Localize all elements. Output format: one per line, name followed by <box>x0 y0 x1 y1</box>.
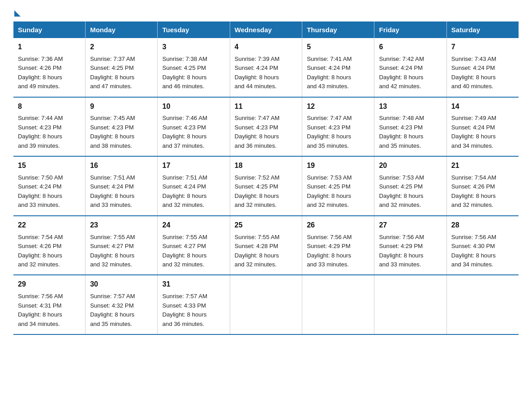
calendar-cell: 30Sunrise: 7:57 AMSunset: 4:32 PMDayligh… <box>86 275 158 334</box>
calendar-cell: 2Sunrise: 7:37 AMSunset: 4:25 PMDaylight… <box>86 38 158 97</box>
day-number: 25 <box>235 220 297 231</box>
calendar-week-row: 15Sunrise: 7:50 AMSunset: 4:24 PMDayligh… <box>13 156 519 216</box>
day-info: Sunrise: 7:57 AMSunset: 4:32 PMDaylight:… <box>90 293 135 327</box>
calendar-table: SundayMondayTuesdayWednesdayThursdayFrid… <box>13 21 519 335</box>
day-number: 22 <box>18 220 81 231</box>
calendar-cell: 28Sunrise: 7:56 AMSunset: 4:30 PMDayligh… <box>446 216 519 275</box>
calendar-cell: 18Sunrise: 7:52 AMSunset: 4:25 PMDayligh… <box>230 156 302 216</box>
day-info: Sunrise: 7:56 AMSunset: 4:30 PMDaylight:… <box>451 234 496 268</box>
column-header-tuesday: Tuesday <box>158 21 230 38</box>
day-info: Sunrise: 7:47 AMSunset: 4:23 PMDaylight:… <box>235 115 279 149</box>
day-info: Sunrise: 7:51 AMSunset: 4:24 PMDaylight:… <box>162 174 207 208</box>
calendar-cell: 3Sunrise: 7:38 AMSunset: 4:25 PMDaylight… <box>158 38 230 97</box>
day-number: 9 <box>90 101 153 112</box>
day-number: 3 <box>162 42 225 53</box>
day-info: Sunrise: 7:45 AMSunset: 4:23 PMDaylight:… <box>90 115 135 149</box>
day-number: 6 <box>379 42 442 53</box>
calendar-cell <box>374 275 446 334</box>
calendar-cell: 26Sunrise: 7:56 AMSunset: 4:29 PMDayligh… <box>302 216 374 275</box>
day-number: 10 <box>162 101 225 112</box>
calendar-cell: 22Sunrise: 7:54 AMSunset: 4:26 PMDayligh… <box>13 216 86 275</box>
calendar-cell <box>302 275 374 334</box>
day-number: 15 <box>18 160 81 171</box>
day-info: Sunrise: 7:43 AMSunset: 4:24 PMDaylight:… <box>451 56 496 90</box>
column-header-thursday: Thursday <box>302 21 374 38</box>
calendar-cell: 5Sunrise: 7:41 AMSunset: 4:24 PMDaylight… <box>302 38 374 97</box>
calendar-cell: 15Sunrise: 7:50 AMSunset: 4:24 PMDayligh… <box>13 156 86 216</box>
day-info: Sunrise: 7:48 AMSunset: 4:23 PMDaylight:… <box>379 115 424 149</box>
calendar-header-row: SundayMondayTuesdayWednesdayThursdayFrid… <box>13 21 519 38</box>
calendar-cell: 14Sunrise: 7:49 AMSunset: 4:24 PMDayligh… <box>446 97 519 157</box>
day-number: 7 <box>451 42 514 53</box>
day-number: 27 <box>379 220 442 231</box>
day-info: Sunrise: 7:52 AMSunset: 4:25 PMDaylight:… <box>235 174 279 208</box>
day-info: Sunrise: 7:53 AMSunset: 4:25 PMDaylight:… <box>379 174 424 208</box>
day-info: Sunrise: 7:46 AMSunset: 4:23 PMDaylight:… <box>162 115 207 149</box>
calendar-cell: 11Sunrise: 7:47 AMSunset: 4:23 PMDayligh… <box>230 97 302 157</box>
column-header-saturday: Saturday <box>446 21 519 38</box>
calendar-cell: 19Sunrise: 7:53 AMSunset: 4:25 PMDayligh… <box>302 156 374 216</box>
calendar-cell: 1Sunrise: 7:36 AMSunset: 4:26 PMDaylight… <box>13 38 86 97</box>
day-info: Sunrise: 7:56 AMSunset: 4:31 PMDaylight:… <box>18 293 63 327</box>
day-number: 31 <box>162 279 225 290</box>
day-info: Sunrise: 7:55 AMSunset: 4:28 PMDaylight:… <box>235 234 279 268</box>
column-header-monday: Monday <box>86 21 158 38</box>
calendar-cell: 17Sunrise: 7:51 AMSunset: 4:24 PMDayligh… <box>158 156 230 216</box>
calendar-cell: 20Sunrise: 7:53 AMSunset: 4:25 PMDayligh… <box>374 156 446 216</box>
day-info: Sunrise: 7:56 AMSunset: 4:29 PMDaylight:… <box>307 234 352 268</box>
calendar-cell <box>446 275 519 334</box>
day-number: 14 <box>451 101 514 112</box>
calendar-cell: 23Sunrise: 7:55 AMSunset: 4:27 PMDayligh… <box>86 216 158 275</box>
day-info: Sunrise: 7:53 AMSunset: 4:25 PMDaylight:… <box>307 174 352 208</box>
day-number: 1 <box>18 42 81 53</box>
calendar-cell: 9Sunrise: 7:45 AMSunset: 4:23 PMDaylight… <box>86 97 158 157</box>
day-number: 2 <box>90 42 153 53</box>
day-number: 19 <box>307 160 369 171</box>
day-info: Sunrise: 7:55 AMSunset: 4:27 PMDaylight:… <box>162 234 207 268</box>
calendar-cell: 6Sunrise: 7:42 AMSunset: 4:24 PMDaylight… <box>374 38 446 97</box>
day-info: Sunrise: 7:57 AMSunset: 4:33 PMDaylight:… <box>162 293 207 327</box>
calendar-week-row: 29Sunrise: 7:56 AMSunset: 4:31 PMDayligh… <box>13 275 519 334</box>
calendar-cell: 8Sunrise: 7:44 AMSunset: 4:23 PMDaylight… <box>13 97 86 157</box>
calendar-cell: 16Sunrise: 7:51 AMSunset: 4:24 PMDayligh… <box>86 156 158 216</box>
column-header-friday: Friday <box>374 21 446 38</box>
calendar-week-row: 8Sunrise: 7:44 AMSunset: 4:23 PMDaylight… <box>13 97 519 157</box>
day-number: 16 <box>90 160 153 171</box>
day-number: 20 <box>379 160 442 171</box>
day-number: 4 <box>235 42 297 53</box>
calendar-week-row: 22Sunrise: 7:54 AMSunset: 4:26 PMDayligh… <box>13 216 519 275</box>
day-info: Sunrise: 7:42 AMSunset: 4:24 PMDaylight:… <box>379 56 424 90</box>
calendar-week-row: 1Sunrise: 7:36 AMSunset: 4:26 PMDaylight… <box>13 38 519 97</box>
day-info: Sunrise: 7:39 AMSunset: 4:24 PMDaylight:… <box>235 56 279 90</box>
day-info: Sunrise: 7:50 AMSunset: 4:24 PMDaylight:… <box>18 174 63 208</box>
day-info: Sunrise: 7:38 AMSunset: 4:25 PMDaylight:… <box>162 56 207 90</box>
day-number: 21 <box>451 160 514 171</box>
day-info: Sunrise: 7:41 AMSunset: 4:24 PMDaylight:… <box>307 56 352 90</box>
day-number: 17 <box>162 160 225 171</box>
column-header-sunday: Sunday <box>13 21 86 38</box>
column-header-wednesday: Wednesday <box>230 21 302 38</box>
day-info: Sunrise: 7:49 AMSunset: 4:24 PMDaylight:… <box>451 115 496 149</box>
logo-triangle-icon <box>14 10 21 17</box>
day-info: Sunrise: 7:55 AMSunset: 4:27 PMDaylight:… <box>90 234 135 268</box>
day-number: 13 <box>379 101 442 112</box>
day-number: 26 <box>307 220 369 231</box>
day-number: 18 <box>235 160 297 171</box>
day-number: 12 <box>307 101 369 112</box>
calendar-cell: 31Sunrise: 7:57 AMSunset: 4:33 PMDayligh… <box>158 275 230 334</box>
day-info: Sunrise: 7:44 AMSunset: 4:23 PMDaylight:… <box>18 115 63 149</box>
day-info: Sunrise: 7:54 AMSunset: 4:26 PMDaylight:… <box>18 234 63 268</box>
calendar-cell: 12Sunrise: 7:47 AMSunset: 4:23 PMDayligh… <box>302 97 374 157</box>
calendar-cell: 25Sunrise: 7:55 AMSunset: 4:28 PMDayligh… <box>230 216 302 275</box>
day-info: Sunrise: 7:47 AMSunset: 4:23 PMDaylight:… <box>307 115 352 149</box>
day-number: 23 <box>90 220 153 231</box>
calendar-cell: 27Sunrise: 7:56 AMSunset: 4:29 PMDayligh… <box>374 216 446 275</box>
day-info: Sunrise: 7:56 AMSunset: 4:29 PMDaylight:… <box>379 234 424 268</box>
day-number: 29 <box>18 279 81 290</box>
calendar-cell: 4Sunrise: 7:39 AMSunset: 4:24 PMDaylight… <box>230 38 302 97</box>
logo <box>13 9 21 13</box>
day-info: Sunrise: 7:51 AMSunset: 4:24 PMDaylight:… <box>90 174 135 208</box>
calendar-cell: 29Sunrise: 7:56 AMSunset: 4:31 PMDayligh… <box>13 275 86 334</box>
calendar-cell: 7Sunrise: 7:43 AMSunset: 4:24 PMDaylight… <box>446 38 519 97</box>
day-number: 30 <box>90 279 153 290</box>
